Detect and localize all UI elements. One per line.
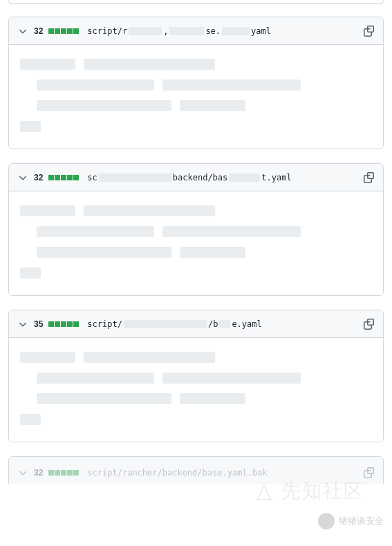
diff-square-add: [73, 175, 79, 180]
watermark-author-text: 猪猪谈安全: [339, 515, 384, 527]
copy-icon[interactable]: [364, 319, 375, 330]
redacted-segment: [169, 27, 204, 35]
watermark-author: 猪猪谈安全: [318, 513, 384, 529]
diff-square-add: [73, 28, 79, 34]
file-header: 32 script/r , se. yaml: [9, 17, 383, 45]
redacted-segment: [129, 27, 162, 35]
path-fragment: sc: [87, 173, 97, 182]
path-fragment: e.yaml: [232, 319, 261, 329]
copy-icon[interactable]: [364, 172, 375, 183]
diff-stat: [48, 470, 79, 476]
file-diff-block: 35 script/ /b e.yaml: [8, 310, 384, 442]
diff-square-add: [61, 321, 66, 327]
diff-square-add: [67, 175, 73, 180]
diff-square-add: [67, 28, 73, 34]
file-diff-block: 32 script/r , se. yaml: [8, 17, 384, 149]
chevron-down-icon[interactable]: [17, 319, 28, 330]
change-count: 32: [34, 26, 43, 36]
chevron-down-icon[interactable]: [17, 26, 28, 37]
change-count: 35: [34, 319, 43, 329]
diff-square-add: [61, 470, 66, 476]
file-diff-block: [8, 0, 384, 4]
avatar: [318, 513, 335, 529]
diff-square-add: [73, 321, 79, 327]
copy-icon[interactable]: [364, 467, 375, 478]
diff-square-add: [67, 321, 73, 327]
redacted-segment: [99, 173, 171, 182]
path-fragment: ,: [163, 26, 168, 36]
path-fragment: script/r: [87, 26, 127, 36]
diff-stat: [48, 28, 79, 34]
file-header: 35 script/ /b e.yaml: [9, 310, 383, 338]
redacted-segment: [219, 320, 230, 328]
redacted-segment: [229, 173, 260, 182]
path-fragment: se.: [205, 26, 221, 36]
diff-square-add: [48, 321, 54, 327]
diff-square-add: [55, 175, 60, 180]
file-body-loading: [9, 191, 383, 295]
diff-square-add: [48, 470, 54, 476]
path-fragment: yaml: [251, 26, 271, 36]
file-header: 32 script/rancher/backend/base.yaml.bak: [9, 457, 383, 484]
file-body-loading: [9, 338, 383, 442]
redacted-segment: [124, 320, 207, 328]
file-path[interactable]: script/ /b e.yaml: [87, 319, 261, 329]
change-count: 32: [34, 468, 43, 478]
path-fragment: script/rancher/backend/base.yaml.bak: [87, 468, 267, 478]
copy-icon[interactable]: [364, 26, 375, 37]
diff-square-add: [55, 321, 60, 327]
diff-stat: [48, 321, 79, 327]
path-fragment: t.yaml: [261, 173, 291, 182]
file-diff-block: 32 script/rancher/backend/base.yaml.bak: [8, 456, 384, 484]
file-diff-block: 32 sc backend/bas t.yaml: [8, 163, 384, 296]
file-path[interactable]: sc backend/bas t.yaml: [87, 173, 291, 182]
file-path[interactable]: script/r , se. yaml: [87, 26, 271, 36]
path-fragment: script/: [87, 319, 122, 329]
path-fragment: /b: [208, 319, 218, 329]
file-header: 32 sc backend/bas t.yaml: [9, 164, 383, 191]
redacted-segment: [222, 27, 250, 35]
diff-square-add: [55, 28, 60, 34]
chevron-down-icon[interactable]: [17, 172, 28, 183]
diff-square-add: [48, 175, 54, 180]
diff-square-add: [55, 470, 60, 476]
file-path[interactable]: script/rancher/backend/base.yaml.bak: [87, 468, 267, 478]
diff-square-add: [61, 28, 66, 34]
diff-square-add: [73, 470, 79, 476]
diff-square-add: [61, 175, 66, 180]
file-body-loading: [9, 45, 383, 149]
diff-stat: [48, 175, 79, 180]
diff-square-add: [48, 28, 54, 34]
change-count: 32: [34, 173, 43, 182]
chevron-down-icon[interactable]: [17, 467, 28, 478]
path-fragment: backend/bas: [173, 173, 227, 182]
diff-square-add: [67, 470, 73, 476]
